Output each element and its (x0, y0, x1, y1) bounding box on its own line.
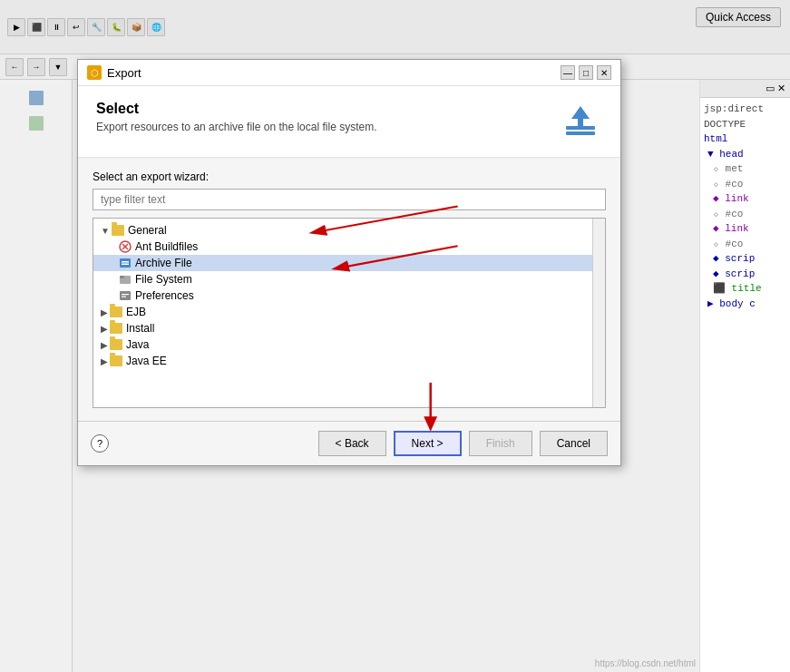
tree-content: ▼ General Ant Buildfiles (93, 219, 605, 373)
svg-rect-8 (122, 264, 129, 266)
folder-icon-install (110, 323, 122, 334)
folder-icon-javaee (110, 355, 122, 366)
svg-rect-13 (122, 297, 126, 297)
xml-item-title: ⬛ title (704, 281, 786, 297)
footer-left: ? (91, 434, 109, 453)
filter-label: Select an export wizard: (93, 170, 606, 183)
folder-icon-java (110, 339, 122, 350)
right-panel-controls: ▭ ✕ (766, 83, 785, 94)
back-button[interactable]: < Back (318, 431, 386, 456)
expand-arrow-general: ▼ (101, 226, 110, 236)
finish-button[interactable]: Finish (469, 431, 532, 456)
expand-arrow-install: ▶ (101, 324, 108, 334)
xml-item-met: ⬦ met (704, 161, 786, 177)
back-button[interactable]: ← (5, 58, 24, 76)
left-panel (0, 80, 73, 672)
tree-label-ant: Ant Buildfiles (135, 240, 198, 253)
forward-button[interactable]: → (27, 58, 45, 76)
tree-item-archive[interactable]: Archive File (93, 255, 592, 271)
dialog-titlebar-controls: — □ ✕ (561, 65, 611, 80)
tree-item-ejb[interactable]: ▶ EJB (93, 304, 592, 320)
preferences-icon (119, 289, 132, 302)
svg-rect-10 (120, 276, 124, 278)
tree-label-java: Java (126, 338, 149, 351)
tree-label-general: General (128, 224, 167, 237)
toolbar-icons-group: ▶ ⬛ ⏸ ↩ 🔧 🐛 📦 🌐 (7, 18, 165, 36)
filter-input[interactable] (93, 189, 606, 210)
svg-marker-2 (571, 106, 590, 126)
xml-item-doctype: DOCTYPE (704, 117, 786, 132)
tree-item-general[interactable]: ▼ General (93, 222, 592, 239)
export-icon (559, 101, 602, 144)
tree-item-preferences[interactable]: Preferences (93, 287, 592, 304)
tree-item-ant[interactable]: Ant Buildfiles (93, 239, 592, 255)
dialog-body: Select an export wizard: ▼ General (78, 158, 620, 421)
folder-icon-general (112, 225, 124, 236)
xml-item-jspdirect: jsp:direct (704, 102, 786, 117)
dialog-footer: ? < Back Next > Finish Cancel (78, 421, 620, 465)
down-button[interactable]: ▼ (49, 58, 67, 76)
tree-label-archive: Archive File (135, 257, 192, 269)
toolbar-icon-8[interactable]: 🌐 (147, 18, 165, 36)
dialog-header-title: Select (96, 101, 376, 117)
svg-rect-6 (120, 258, 131, 268)
tree-item-javaee[interactable]: ▶ Java EE (93, 353, 592, 369)
toolbar-icon-4[interactable]: ↩ (67, 18, 85, 36)
svg-rect-11 (120, 291, 131, 300)
toolbar-icon-2[interactable]: ⬛ (27, 18, 45, 36)
tree-item-install[interactable]: ▶ Install (93, 320, 592, 336)
svg-rect-12 (122, 294, 129, 295)
watermark: https://blog.csdn.net/html (595, 658, 696, 668)
xml-item-script2: ◆ scrip (704, 267, 786, 282)
next-button[interactable]: Next > (394, 431, 462, 456)
footer-right: < Back Next > Finish Cancel (318, 431, 608, 456)
close-button[interactable]: ✕ (597, 65, 611, 80)
ant-icon (119, 240, 132, 253)
dialog-header-text: Select Export resources to an archive fi… (96, 101, 376, 133)
xml-tree-content: jsp:direct DOCTYPE html ▼ head ⬦ met ⬦ #… (700, 98, 790, 315)
left-panel-icon-2 (29, 116, 44, 131)
xml-item-co3: ⬦ #co (704, 237, 786, 252)
dialog-titlebar: ⬡ Export — □ ✕ (78, 60, 620, 86)
tree-label-preferences: Preferences (135, 289, 194, 302)
tree-container[interactable]: ▼ General Ant Buildfiles (93, 218, 606, 408)
expand-arrow-java: ▶ (101, 340, 108, 350)
quick-access-button[interactable]: Quick Access (696, 7, 781, 27)
help-button[interactable]: ? (91, 434, 109, 453)
toolbar-icon-3[interactable]: ⏸ (47, 18, 65, 36)
tree-item-filesystem[interactable]: File System (93, 271, 592, 287)
dialog-icon: ⬡ (87, 65, 102, 80)
folder-icon-ejb (110, 307, 122, 317)
left-panel-icon-1 (29, 91, 44, 105)
svg-rect-0 (566, 126, 595, 130)
svg-rect-1 (566, 131, 595, 135)
tree-label-javaee: Java EE (126, 355, 167, 367)
expand-arrow-ejb: ▶ (101, 307, 108, 317)
minimize-button[interactable]: — (561, 65, 575, 80)
toolbar-icon-5[interactable]: 🔧 (87, 18, 105, 36)
xml-item-co1: ⬦ #co (704, 177, 786, 192)
filesystem-icon (119, 273, 132, 286)
dialog-title-left: ⬡ Export (87, 65, 141, 80)
cancel-button[interactable]: Cancel (540, 431, 608, 456)
maximize-button[interactable]: □ (579, 65, 593, 80)
toolbar-icon-1[interactable]: ▶ (7, 18, 25, 36)
dialog-header: Select Export resources to an archive fi… (78, 86, 620, 158)
right-panel: ▭ ✕ jsp:direct DOCTYPE html ▼ head ⬦ met… (699, 80, 790, 672)
xml-item-body: ▶ body c (704, 297, 786, 312)
dialog-title-text: Export (107, 66, 141, 80)
left-panel-item-1[interactable] (0, 87, 72, 111)
xml-item-link2: ◆ link (704, 221, 786, 237)
archive-file-icon (119, 257, 132, 269)
left-panel-item-2[interactable] (0, 112, 72, 136)
export-dialog: ⬡ Export — □ ✕ Select Export resources t… (77, 59, 621, 466)
tree-scrollbar[interactable] (592, 219, 605, 407)
expand-arrow-javaee: ▶ (101, 356, 108, 366)
right-panel-header: ▭ ✕ (700, 80, 790, 98)
toolbar-icon-7[interactable]: 📦 (127, 18, 145, 36)
toolbar-icon-6[interactable]: 🐛 (107, 18, 125, 36)
dialog-header-subtitle: Export resources to an archive file on t… (96, 121, 376, 133)
xml-item-html: html (704, 131, 786, 147)
tree-item-java[interactable]: ▶ Java (93, 336, 592, 353)
tree-label-ejb: EJB (126, 306, 146, 318)
